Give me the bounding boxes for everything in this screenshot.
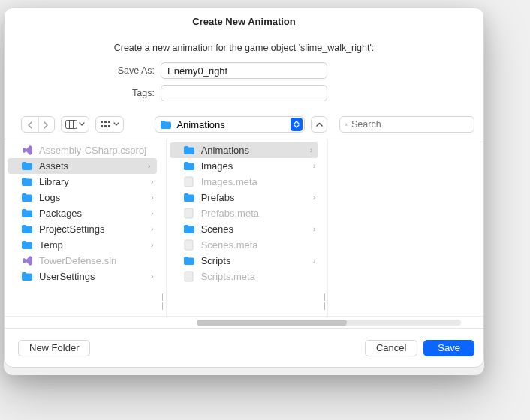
chevron-right-icon: ›	[151, 177, 154, 186]
chevron-down-icon	[79, 122, 85, 127]
vs-project-icon	[21, 255, 33, 267]
svg-rect-4	[104, 121, 107, 123]
dialog-title: Create New Animation	[192, 16, 296, 27]
chevron-right-icon: ›	[151, 208, 154, 218]
svg-rect-14	[185, 272, 193, 281]
save-button[interactable]: Save	[423, 340, 474, 356]
search-field[interactable]	[339, 116, 474, 133]
collapse-toggle-button[interactable]	[311, 116, 327, 133]
svg-rect-6	[101, 125, 103, 128]
svg-rect-7	[104, 125, 107, 128]
svg-rect-12	[185, 208, 193, 218]
cancel-button[interactable]: Cancel	[365, 340, 417, 356]
column-resize-handle[interactable]	[321, 140, 328, 316]
file-icon	[183, 240, 195, 250]
file-icon	[183, 208, 195, 219]
folder-icon	[21, 224, 33, 235]
folder-icon	[183, 161, 195, 172]
chevron-down-icon	[113, 122, 119, 127]
file-row[interactable]: UserSettings›	[5, 268, 160, 284]
horizontal-scrollbar[interactable]	[5, 316, 483, 328]
chevron-right-icon: ›	[313, 161, 316, 170]
file-label: ProjectSettings	[39, 224, 104, 235]
file-row[interactable]: Packages›	[5, 206, 160, 221]
svg-rect-8	[108, 125, 110, 128]
file-row[interactable]: Scenes.meta	[167, 237, 322, 253]
file-label: TowerDefense.sln	[39, 255, 116, 266]
column-2[interactable]	[328, 140, 483, 316]
location-label: Animations	[176, 119, 224, 130]
file-label: Prefabs.meta	[201, 208, 259, 219]
svg-rect-0	[66, 121, 77, 129]
new-folder-button[interactable]: New Folder	[18, 340, 90, 356]
file-label: Logs	[39, 192, 60, 203]
folder-icon	[21, 193, 33, 203]
folder-icon	[21, 240, 33, 250]
file-row[interactable]: Images›	[167, 158, 322, 174]
folder-icon	[21, 177, 33, 188]
column-resize-handle[interactable]	[160, 140, 167, 316]
file-row[interactable]: Scripts›	[167, 253, 322, 268]
columns-icon	[65, 120, 77, 129]
file-row[interactable]: Logs›	[5, 190, 160, 206]
file-label: Images	[201, 160, 233, 172]
vs-project-icon	[21, 145, 33, 157]
dialog-subtitle: Create a new animation for the game obje…	[5, 35, 483, 59]
file-row[interactable]: TowerDefense.sln	[5, 253, 160, 268]
group-by-button[interactable]	[95, 116, 124, 133]
nav-back-button[interactable]	[22, 117, 38, 133]
svg-rect-13	[185, 240, 193, 250]
search-input[interactable]	[351, 119, 469, 130]
column-1[interactable]: Animations›Images›Images.metaPrefabs›Pre…	[167, 140, 322, 316]
file-row[interactable]: Library›	[5, 174, 160, 190]
chevron-right-icon: ›	[151, 193, 154, 202]
location-stepper-icon	[291, 118, 303, 131]
chevron-up-icon	[316, 122, 323, 128]
chevron-right-icon: ›	[310, 146, 313, 154]
file-row[interactable]: Temp›	[5, 237, 160, 253]
folder-icon	[21, 161, 33, 172]
chevron-right-icon: ›	[151, 272, 154, 280]
file-label: Images.meta	[201, 176, 257, 188]
dialog-footer: New Folder Cancel Save	[5, 328, 483, 367]
grid-icon	[100, 120, 112, 129]
folder-icon	[183, 146, 195, 156]
column-browser: Assembly-CSharp.csprojAssets›Library›Log…	[5, 139, 483, 316]
file-label: Scenes	[201, 224, 233, 235]
file-row[interactable]: Prefabs.meta	[167, 206, 322, 221]
svg-line-10	[347, 125, 348, 126]
chevron-right-icon: ›	[313, 193, 316, 202]
file-label: Assets	[39, 160, 68, 172]
file-row[interactable]: Scenes›	[167, 221, 322, 237]
chevron-right-icon: ›	[151, 224, 154, 233]
location-popup[interactable]: Animations	[155, 116, 305, 133]
column-0[interactable]: Assembly-CSharp.csprojAssets›Library›Log…	[5, 140, 160, 316]
search-icon	[345, 120, 348, 130]
chevron-right-icon: ›	[151, 240, 154, 249]
file-row[interactable]: Images.meta	[167, 174, 322, 190]
file-row[interactable]: Assembly-CSharp.csproj	[5, 142, 160, 158]
view-columns-button[interactable]	[61, 116, 89, 133]
svg-rect-3	[101, 121, 103, 123]
file-row[interactable]: Animations›	[170, 142, 319, 158]
file-row[interactable]: Scripts.meta	[167, 268, 322, 284]
file-row[interactable]: Assets›	[8, 158, 157, 174]
folder-icon	[21, 208, 33, 219]
file-row[interactable]: Prefabs›	[167, 190, 322, 206]
file-label: Packages	[39, 208, 82, 219]
file-label: UserSettings	[39, 271, 95, 282]
tags-label: Tags:	[14, 88, 161, 98]
nav-back-forward	[21, 116, 55, 133]
svg-rect-11	[185, 177, 193, 187]
saveas-label: Save As:	[14, 65, 161, 76]
folder-icon	[183, 256, 195, 266]
tags-input[interactable]	[161, 85, 327, 101]
file-label: Library	[39, 176, 69, 188]
file-icon	[183, 177, 195, 188]
chevron-right-icon: ›	[148, 161, 151, 170]
file-label: Scenes.meta	[201, 239, 258, 250]
nav-forward-button[interactable]	[38, 117, 55, 133]
chevron-right-icon: ›	[313, 224, 316, 233]
file-row[interactable]: ProjectSettings›	[5, 221, 160, 237]
saveas-input[interactable]	[161, 62, 327, 79]
